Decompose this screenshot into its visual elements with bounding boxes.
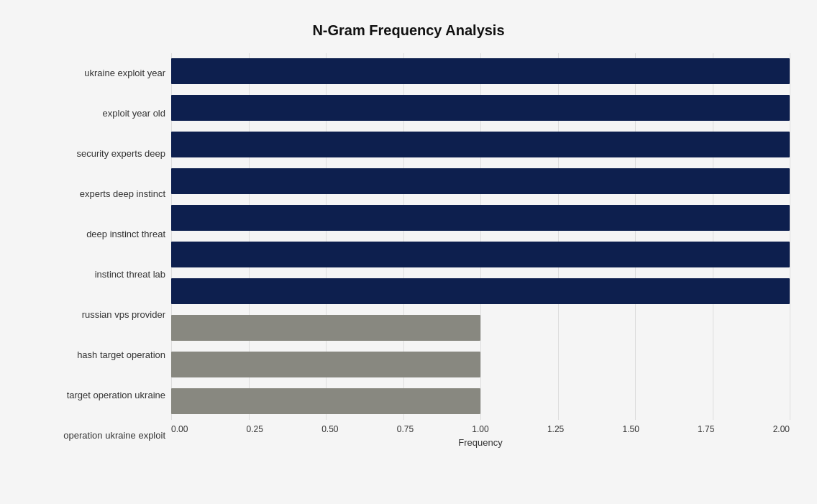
- bar-row: [171, 237, 790, 273]
- y-axis-label: russian vps provider: [82, 296, 165, 334]
- bar-row: [171, 127, 790, 163]
- bar-row: [171, 383, 790, 420]
- bars-wrapper: [171, 53, 790, 420]
- bar-row: [171, 310, 790, 347]
- grid-line: [790, 53, 790, 420]
- bar: [171, 132, 790, 157]
- bar: [171, 95, 790, 121]
- bar: [171, 242, 790, 267]
- grid-and-bars: [171, 53, 790, 420]
- bar: [171, 388, 480, 414]
- bar: [171, 168, 790, 194]
- chart-area: ukraine exploit yearexploit year oldsecu…: [27, 53, 790, 456]
- x-tick-label: 1.00: [472, 424, 488, 434]
- y-axis: ukraine exploit yearexploit year oldsecu…: [27, 53, 171, 456]
- bars-and-grid: 0.000.250.500.751.001.251.501.752.00 Fre…: [171, 53, 790, 456]
- bar-row: [171, 90, 790, 127]
- y-axis-label: instinct threat lab: [95, 256, 165, 293]
- y-axis-label: hash target operation: [77, 336, 165, 374]
- bar: [171, 278, 790, 304]
- x-tick-label: 1.75: [698, 424, 714, 434]
- x-tick-label: 0.00: [171, 424, 188, 434]
- y-axis-label: operation ukraine exploit: [63, 417, 165, 454]
- bar-row: [171, 273, 790, 310]
- bar: [171, 352, 480, 377]
- x-tick-label: 0.50: [321, 424, 338, 434]
- y-axis-label: ukraine exploit year: [84, 55, 165, 92]
- y-axis-label: deep instinct threat: [86, 216, 165, 253]
- chart-container: N-Gram Frequency Analysis ukraine exploi…: [13, 8, 804, 497]
- x-tick-label: 0.75: [397, 424, 414, 434]
- bar-row: [171, 53, 790, 90]
- bar-row: [171, 163, 790, 200]
- x-tick-label: 1.50: [622, 424, 639, 434]
- y-axis-label: experts deep instinct: [80, 175, 165, 213]
- y-axis-label: target operation ukraine: [67, 377, 165, 414]
- y-axis-label: security experts deep: [76, 135, 165, 173]
- x-axis-label: Frequency: [171, 437, 790, 448]
- bar: [171, 58, 790, 84]
- x-tick-label: 2.00: [773, 424, 790, 434]
- bar-row: [171, 347, 790, 383]
- x-ticks: 0.000.250.500.751.001.251.501.752.00: [171, 420, 790, 434]
- bar: [171, 205, 790, 231]
- x-axis: 0.000.250.500.751.001.251.501.752.00 Fre…: [171, 420, 790, 456]
- bar: [171, 315, 480, 341]
- x-tick-label: 0.25: [247, 424, 263, 434]
- bar-row: [171, 200, 790, 237]
- chart-title: N-Gram Frequency Analysis: [27, 22, 790, 39]
- x-tick-label: 1.25: [547, 424, 564, 434]
- y-axis-label: exploit year old: [103, 95, 165, 132]
